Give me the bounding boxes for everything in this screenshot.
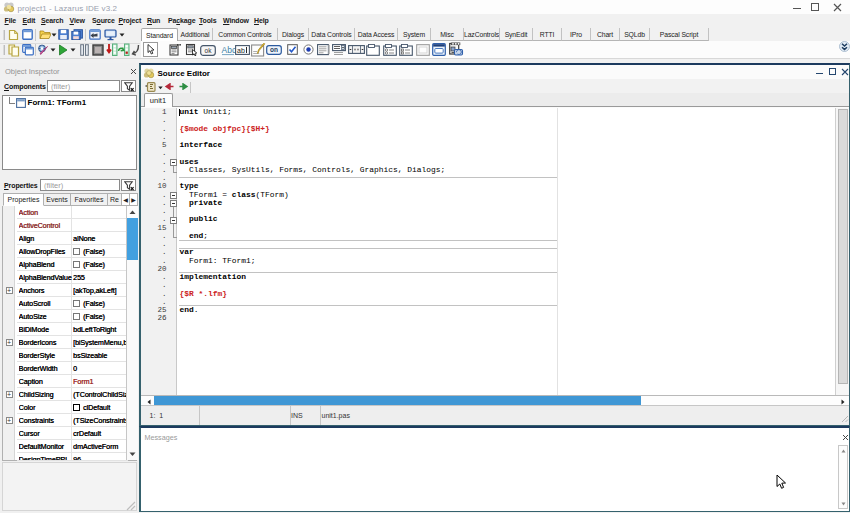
- svg-text:on: on: [270, 46, 278, 53]
- svg-text:Abc: Abc: [221, 45, 236, 55]
- svg-text:ab: ab: [237, 46, 245, 53]
- svg-text:ok: ok: [204, 46, 212, 53]
